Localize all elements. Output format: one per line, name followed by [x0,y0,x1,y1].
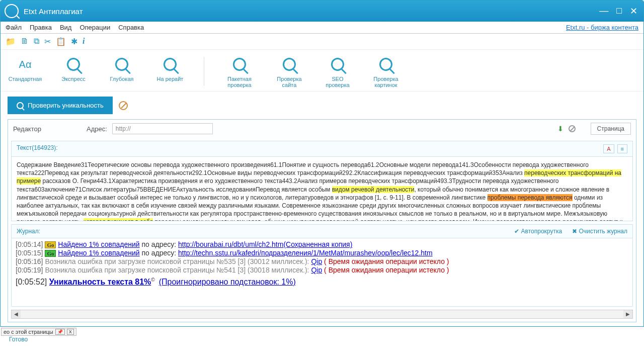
copy-icon[interactable]: ⧉ [34,37,39,46]
toolbar-separator [204,57,204,86]
autoscroll-toggle[interactable]: ✔ Автопрокрутка [514,228,562,235]
highlight-orange: проблемы перевода являются [488,194,573,201]
check-uniqueness-label: Проверить уникальность [28,102,104,109]
error-text: ( Время ожидания операции истекло ) [324,257,449,265]
status-area: ео с этой страницы 📌 X Готово [0,327,644,336]
rewrite-label: На рерайт [157,76,184,82]
express-label: Экспресс [61,76,86,82]
open-folder-icon[interactable]: 📁 [6,37,16,46]
match-link[interactable]: Найдено 1% совпадений [58,240,139,248]
uniqueness-result[interactable]: Уникальность текста 81% [49,278,151,286]
stray-tab-pin[interactable]: 📌 [55,329,65,335]
titlebar: Etxt Антиплагиат — □ ✕ [1,1,643,22]
seo-icon [328,55,347,74]
url-link[interactable]: http://techn.sstu.ru/kafedri/подразделен… [178,249,433,257]
engine-link[interactable]: Qip [311,266,322,274]
standard-check-button[interactable]: Aα Стандартная [8,55,43,88]
log-line: [0:05:15] Go Найдено 1% совпадений по ад… [16,249,628,257]
batch-check-button[interactable]: Пакетная проверка [220,55,259,88]
etxt-link[interactable]: Etxt.ru - биржа контента [566,24,638,31]
log-line-error: [0:05:19] Возникла ошибка при загрузке п… [16,266,628,274]
journal-label: Журнал: [17,228,40,235]
seo-label: SEO проверка [320,76,355,88]
align-tool[interactable]: ≡ [617,144,627,153]
deep-icon [112,55,131,74]
text-panel-header: Текст(164923): A ≡ [11,141,633,157]
minimize-button[interactable]: — [597,6,610,17]
journal-header: Журнал: ✔ Автопрокрутка ✖ Очистить журна… [11,224,633,238]
menu-file[interactable]: Файл [6,24,22,31]
site-label: Проверка сайта [272,76,307,88]
close-button[interactable]: ✕ [628,6,639,17]
menu-edit[interactable]: Правка [30,24,52,31]
site-check-button[interactable]: Проверка сайта [272,55,307,88]
cancel-button[interactable] [119,101,128,110]
status-text: Готово [9,336,28,343]
search-icon [17,102,24,109]
scroll-right-arrow[interactable]: ▶ [623,310,632,318]
standard-icon: Aα [16,55,35,74]
app-title: Etxt Антиплагиат [24,7,83,16]
action-bar: Проверить уникальность [1,92,643,119]
batch-icon [230,55,249,74]
menu-help[interactable]: Справка [118,24,144,31]
express-check-button[interactable]: Экспресс [56,55,91,88]
stray-tab[interactable]: ео с этой страницы 📌 X [1,328,76,336]
rewrite-icon [160,55,180,74]
stray-tab-close[interactable]: X [67,329,74,335]
stop-icon[interactable] [569,125,576,132]
download-icon[interactable]: ⬇ [557,125,564,133]
content-panel: Редактор Адрес: ⬇ Страница Текст(164923)… [8,119,636,322]
page-tab[interactable]: Страница [591,123,631,135]
scroll-left-arrow[interactable]: ◀ [12,310,21,318]
image-icon [376,55,395,74]
horizontal-scrollbar[interactable]: ◀ ▶ [11,310,633,319]
settings-icon[interactable]: ✱ [71,37,77,46]
batch-label: Пакетная проверка [220,76,259,88]
text-body[interactable]: Содержание Введение31Теоретические основ… [11,157,633,221]
seo-check-button[interactable]: SEO проверка [320,55,355,88]
match-link[interactable]: Найдено 1% совпадений [58,249,139,257]
highlight-yellow: которая включает в себя [84,218,153,221]
image-check-button[interactable]: Проверка картинок [368,55,404,88]
go-button[interactable]: Go [45,241,56,248]
big-toolbar: Aα Стандартная Экспресс Глубокая На рера… [1,50,643,92]
deep-label: Глубокая [110,76,134,82]
ignored-link[interactable]: (Проигнорировано подстановок: 1%) [159,278,296,286]
deep-check-button[interactable]: Глубокая [104,55,139,88]
url-link[interactable]: http://bourabai.ru/dbt/uml/ch2.htm [178,240,283,248]
highlight-yellow: видом речевой деятельности [332,186,415,193]
result-line: [0:05:52] Уникальность текста 81%© (Прои… [16,277,628,287]
express-icon [64,55,83,74]
rewrite-check-button[interactable]: На рерайт [152,55,188,88]
maximize-button[interactable]: □ [614,6,624,17]
journal-body[interactable]: [0:05:14] Go Найдено 1% совпадений по ад… [11,238,633,307]
info-icon[interactable]: i [83,37,85,46]
text-counter: Текст(164923): [17,144,58,153]
clear-journal-button[interactable]: ✖ Очистить журнал [572,228,627,235]
menu-operations[interactable]: Операции [79,24,110,31]
standard-label: Стандартная [9,76,42,82]
engine-link[interactable]: Qip [311,257,322,265]
app-logo-icon [5,4,19,18]
check-uniqueness-button[interactable]: Проверить уникальность [8,97,113,114]
new-file-icon[interactable]: 🗎 [21,37,29,46]
paste-icon[interactable]: 📋 [56,37,66,46]
menubar: Файл Правка Вид Операции Справка Etxt.ru… [1,22,643,34]
editor-label: Редактор [13,125,41,133]
menu-view[interactable]: Вид [60,24,72,31]
go-button[interactable]: Go [45,250,56,257]
site-icon [280,55,299,74]
cached-link[interactable]: (Сохраненная копия) [283,240,352,248]
log-line: [0:05:14] Go Найдено 1% совпадений по ад… [16,240,628,248]
log-line-error: [0:05:16] Возникла ошибка при загрузке п… [16,257,628,265]
address-input[interactable] [112,123,213,134]
font-tool[interactable]: A [603,144,614,153]
editor-header: Редактор Адрес: ⬇ Страница [8,120,636,138]
error-text: ( Время ожидания операции истекло ) [324,266,449,274]
address-label: Адрес: [87,125,107,133]
small-toolbar: 📁 🗎 ⧉ ✂ 📋 ✱ i [1,34,643,50]
image-label: Проверка картинок [368,76,404,88]
text-segment: Содержание Введение31Теоретические основ… [17,161,589,176]
cut-icon[interactable]: ✂ [44,37,51,46]
